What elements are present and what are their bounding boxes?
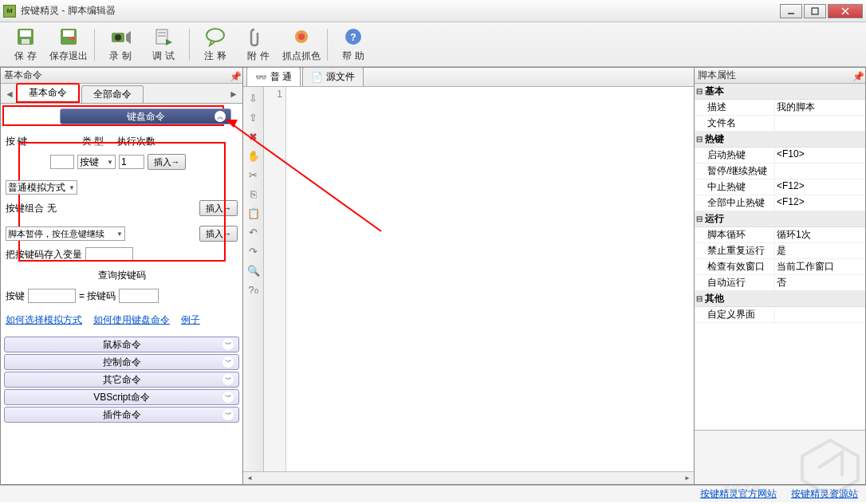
- prop-cat-other[interactable]: 其他: [695, 291, 865, 307]
- help-small-icon[interactable]: ?₀: [247, 283, 260, 296]
- query-key-input[interactable]: [28, 289, 76, 303]
- status-bar: 按键精灵官方网站 按键精灵资源站: [0, 485, 866, 502]
- prop-cat-run[interactable]: 运行: [695, 211, 865, 227]
- horizontal-scrollbar[interactable]: [243, 471, 694, 484]
- section-mouse[interactable]: 鼠标命令︾: [4, 337, 239, 352]
- prop-row: 中止热键<F12>: [695, 179, 865, 195]
- prop-loop-value[interactable]: 循环1次: [774, 227, 865, 242]
- sim-mode-select[interactable]: 普通模拟方式: [6, 180, 77, 195]
- link-sim-mode[interactable]: 如何选择模拟方式: [6, 313, 82, 327]
- grab-icon: [290, 26, 313, 48]
- find-icon[interactable]: 🔍: [247, 264, 260, 277]
- svg-point-16: [207, 29, 224, 41]
- prop-allstop-hotkey[interactable]: <F12>: [774, 195, 865, 211]
- prop-row: 全部中止热键<F12>: [695, 195, 865, 211]
- tab-nav-right[interactable]: ►: [228, 89, 239, 103]
- pin-icon[interactable]: 📌: [230, 71, 239, 81]
- toolbar-separator: [327, 29, 328, 61]
- comment-button[interactable]: 注 释: [195, 25, 236, 65]
- delete-icon[interactable]: ✖: [247, 130, 260, 143]
- toolbar-separator: [189, 29, 190, 61]
- svg-rect-6: [22, 39, 30, 44]
- tab-all-commands[interactable]: 全部命令: [81, 85, 144, 103]
- help-button[interactable]: ? 帮 助: [333, 25, 374, 65]
- prop-row: 脚本循环循环1次: [695, 227, 865, 243]
- move-up-icon[interactable]: ⇧: [247, 111, 260, 124]
- svg-point-18: [298, 33, 305, 40]
- prop-stop-hotkey[interactable]: <F12>: [774, 179, 865, 195]
- record-button[interactable]: 录 制: [100, 25, 141, 65]
- type-select[interactable]: 按键: [77, 155, 116, 169]
- link-example[interactable]: 例子: [181, 313, 200, 327]
- maximize-button[interactable]: [804, 4, 826, 18]
- grab-button[interactable]: 抓点抓色: [281, 25, 322, 65]
- query-label: 查询按键码: [98, 269, 146, 282]
- save-exit-button[interactable]: 保存退出: [48, 25, 89, 65]
- app-icon: M: [3, 5, 16, 18]
- prop-checkwin-value[interactable]: 当前工作窗口: [774, 259, 865, 274]
- save-button[interactable]: 保 存: [5, 25, 46, 65]
- save-icon: [14, 26, 37, 48]
- prop-norepeat-value[interactable]: 是: [774, 243, 865, 258]
- prop-pause-hotkey[interactable]: [774, 163, 865, 179]
- tab-source-view[interactable]: 📄 源文件: [302, 67, 364, 86]
- link-resource-site[interactable]: 按键精灵资源站: [791, 487, 858, 501]
- prop-start-hotkey[interactable]: <F10>: [774, 148, 865, 163]
- prop-cat-basic[interactable]: 基本: [695, 84, 865, 100]
- query-code-input[interactable]: [119, 289, 159, 303]
- undo-icon[interactable]: ↶: [247, 226, 260, 238]
- hand-icon[interactable]: ✋: [247, 149, 260, 162]
- prop-cat-hotkey[interactable]: 热键: [695, 132, 865, 148]
- properties-title: 脚本属性: [698, 69, 852, 82]
- svg-point-10: [115, 34, 121, 41]
- move-down-icon[interactable]: ⇩: [247, 92, 260, 104]
- query-key-label: 按键: [6, 289, 25, 303]
- prop-desc-value[interactable]: 我的脚本: [774, 100, 865, 115]
- prop-custom-value[interactable]: [774, 307, 865, 322]
- svg-rect-5: [20, 30, 31, 37]
- link-official-site[interactable]: 按键精灵官方网站: [700, 487, 777, 501]
- collapse-icon: ︽: [215, 111, 226, 122]
- minimize-button[interactable]: [780, 4, 802, 18]
- prop-row: 自定义界面: [695, 307, 865, 323]
- property-grid[interactable]: 基本 描述我的脚本 文件名 热键 启动热键<F10> 暂停/继续热键 中止热键<…: [695, 84, 865, 430]
- redo-icon[interactable]: ↷: [247, 245, 260, 258]
- section-keyboard[interactable]: 键盘命令 ︽: [60, 108, 231, 124]
- expand-icon: ︾: [222, 409, 234, 420]
- tab-normal-view[interactable]: 👓 普 通: [246, 67, 301, 86]
- code-editor[interactable]: [286, 87, 694, 471]
- pause-select[interactable]: 脚本暂停，按任意键继续: [6, 226, 125, 241]
- cut-icon[interactable]: ✂: [247, 168, 260, 181]
- prop-row: 描述我的脚本: [695, 100, 865, 116]
- attach-button[interactable]: 附 件: [238, 25, 279, 65]
- prop-row: 启动热键<F10>: [695, 148, 865, 163]
- debug-button[interactable]: 调 试: [143, 25, 184, 65]
- main-toolbar: 保 存 保存退出 录 制 调 试 注 释 附 件 抓点抓色 ? 帮 助: [0, 22, 866, 67]
- pin-icon[interactable]: 📌: [852, 71, 862, 81]
- section-misc[interactable]: 其它命令︾: [4, 372, 239, 388]
- paste-icon[interactable]: 📋: [247, 207, 260, 219]
- expand-icon: ︾: [222, 374, 234, 385]
- debug-icon: [152, 26, 175, 48]
- prop-filename-value[interactable]: [774, 116, 865, 131]
- copy-icon[interactable]: ⎘: [247, 187, 260, 200]
- section-control[interactable]: 控制命令︾: [4, 354, 239, 370]
- save-exit-icon: [57, 26, 80, 48]
- prop-row: 禁止重复运行是: [695, 243, 865, 259]
- prop-row: 暂停/继续热键: [695, 163, 865, 179]
- glasses-icon: 👓: [255, 72, 267, 83]
- section-plugin[interactable]: 插件命令︾: [4, 407, 239, 423]
- tab-basic-commands[interactable]: 基本命令: [16, 83, 80, 103]
- section-vbscript[interactable]: VBScript命令︾: [4, 389, 239, 405]
- properties-panel: 脚本属性 📌 基本 描述我的脚本 文件名 热键 启动热键<F10> 暂停/继续热…: [695, 67, 866, 485]
- link-kb-help[interactable]: 如何使用键盘命令: [93, 313, 170, 327]
- prop-autorun-value[interactable]: 否: [774, 275, 865, 290]
- close-button[interactable]: [828, 4, 863, 18]
- help-icon: ?: [342, 26, 364, 48]
- command-panel-title: 基本命令: [4, 69, 230, 82]
- svg-marker-11: [126, 31, 131, 44]
- expand-icon: ︾: [222, 392, 234, 403]
- tab-nav-left[interactable]: ◄: [4, 89, 15, 103]
- expand-icon: ︾: [222, 356, 234, 368]
- prop-row: 文件名: [695, 116, 865, 132]
